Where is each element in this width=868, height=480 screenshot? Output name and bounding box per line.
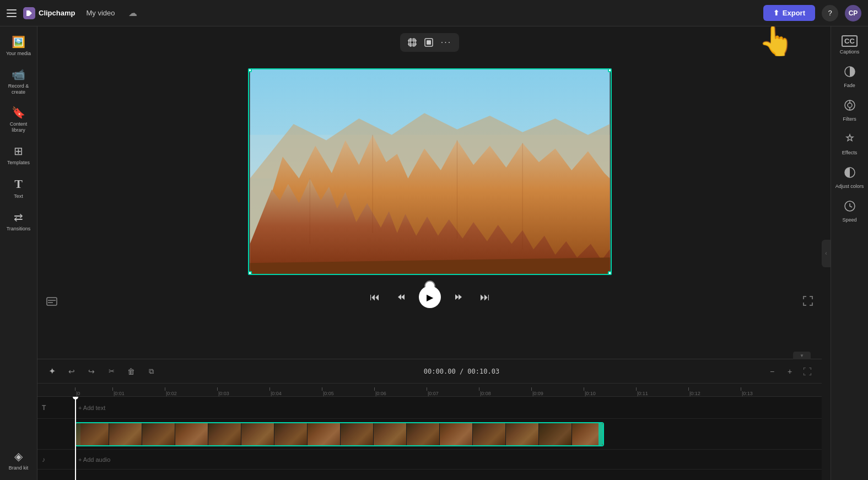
text-track-content: + Add text — [75, 397, 822, 418]
video-track-row — [37, 419, 822, 450]
video-clip[interactable] — [75, 422, 604, 446]
ruler-mark-7: |0:07 — [427, 387, 479, 396]
sidebar-item-label: Transitions — [7, 226, 31, 232]
skip-to-end-button[interactable]: ⏭ — [476, 288, 494, 306]
ruler-marks: |0 |0:01 |0:02 |0:03 |0:04 |0:05 |0:06 |… — [75, 384, 793, 396]
add-audio-button[interactable]: + Add audio — [75, 455, 114, 464]
right-sidebar-item-label: Captions — [840, 49, 860, 55]
clip-thumbnail — [241, 423, 274, 445]
skip-to-start-button[interactable]: ⏮ — [366, 288, 384, 306]
crop-button[interactable] — [406, 36, 419, 49]
captions-button[interactable] — [46, 297, 57, 308]
sidebar-item-your-media[interactable]: 🖼️ Your media — [2, 31, 35, 61]
zoom-in-button[interactable]: + — [782, 364, 797, 379]
magic-edit-button[interactable]: ✦ — [44, 364, 60, 379]
right-sidebar-item-adjust-colors[interactable]: Adjust colors — [833, 162, 866, 193]
right-sidebar-item-label: Filters — [843, 116, 856, 122]
ruler-mark-13: |0:13 — [741, 387, 793, 396]
rewind-button[interactable] — [392, 288, 410, 306]
add-text-button[interactable]: + Add text — [75, 403, 109, 412]
right-panel-collapse-button[interactable]: ‹ — [822, 240, 831, 267]
right-sidebar-item-filters[interactable]: Filters — [833, 95, 866, 126]
your-media-icon: 🖼️ — [12, 35, 25, 48]
sidebar-item-label: Brand kit — [9, 465, 29, 471]
ruler-mark-8: |0:08 — [479, 387, 531, 396]
undo-button[interactable]: ↩ — [64, 364, 79, 379]
timeline-content: |0 |0:01 |0:02 |0:03 |0:04 |0:05 |0:06 |… — [37, 384, 822, 480]
sidebar-item-text[interactable]: T Text — [2, 172, 35, 204]
redo-button[interactable]: ↪ — [84, 364, 99, 379]
effects-icon — [844, 133, 856, 148]
clip-thumbnail — [76, 423, 109, 445]
text-track-label: T — [37, 404, 75, 412]
zoom-out-button[interactable]: − — [764, 364, 780, 379]
resize-handle-tr[interactable] — [608, 68, 612, 72]
duplicate-button[interactable]: ⧉ — [143, 364, 159, 379]
playback-time-display: 00:00.00 / 00:10.03 — [163, 368, 760, 375]
right-sidebar-item-speed[interactable]: Speed — [833, 196, 866, 227]
sidebar-item-content-library[interactable]: 🔖 Content library — [2, 101, 35, 138]
playback-controls: ⏮ ▶ ⏭ — [366, 279, 494, 315]
sidebar-item-brand-kit[interactable]: ◈ Brand kit — [2, 445, 35, 476]
resize-handle-tl[interactable] — [248, 68, 252, 72]
clip-thumbnail — [506, 423, 539, 445]
ruler-mark-11: |0:11 — [636, 387, 688, 396]
svg-rect-17 — [47, 298, 57, 305]
help-button[interactable]: ? — [822, 5, 838, 21]
clip-thumbnail — [109, 423, 142, 445]
fit-to-screen-button[interactable] — [800, 364, 815, 379]
right-sidebar-item-label: Fade — [844, 83, 855, 88]
main-content: 🖼️ Your media 📹 Record & create 🔖 Conten… — [0, 26, 868, 480]
video-toolbar: ··· — [400, 33, 459, 52]
right-sidebar-item-label: Speed — [842, 217, 856, 223]
right-sidebar-item-captions[interactable]: CC Captions — [833, 31, 866, 59]
clip-thumbnail — [407, 423, 440, 445]
sidebar-item-label: Text — [14, 193, 23, 199]
svg-rect-0 — [409, 39, 416, 46]
ruler-mark-9: |0:09 — [531, 387, 584, 396]
resize-handle-br[interactable] — [608, 271, 612, 275]
logo-icon — [23, 7, 35, 19]
ruler-mark-6: |0:06 — [374, 387, 427, 396]
timeline-toolbar: ✦ ↩ ↪ ✂ 🗑 ⧉ 00:00.00 / 00:10.03 − + — [37, 359, 822, 384]
video-title[interactable]: My video — [82, 7, 119, 19]
clip-thumbnail — [208, 423, 241, 445]
forward-button[interactable] — [450, 288, 467, 306]
audio-track-row: ♪ + Add audio — [37, 450, 822, 470]
video-frame — [249, 69, 611, 274]
timeline-playhead[interactable] — [75, 397, 76, 480]
cut-button[interactable]: ✂ — [104, 364, 119, 379]
delete-button[interactable]: 🗑 — [123, 364, 139, 379]
ruler-mark-2: |0:02 — [165, 387, 217, 396]
clip-thumbnail — [274, 423, 308, 445]
ruler-mark-5: |0:05 — [322, 387, 374, 396]
play-button[interactable]: ▶ — [419, 286, 441, 308]
clip-thumbnail — [308, 423, 341, 445]
clip-handle-right[interactable] — [599, 423, 603, 445]
user-avatar[interactable]: CP — [845, 5, 861, 21]
ruler-mark-10: |0:10 — [584, 387, 636, 396]
clip-thumbnails — [76, 423, 603, 445]
resize-handle-bl[interactable] — [248, 271, 252, 275]
timeline-zoom-controls: − + — [764, 364, 815, 379]
right-sidebar-item-effects[interactable]: Effects — [833, 128, 866, 160]
sidebar-item-label: Templates — [7, 160, 30, 166]
video-canvas[interactable] — [248, 68, 612, 275]
svg-rect-6 — [427, 40, 431, 45]
clip-thumbnail — [341, 423, 374, 445]
transitions-icon: ⇄ — [14, 211, 23, 224]
video-track-content[interactable] — [75, 419, 822, 449]
clip-thumbnail — [175, 423, 208, 445]
sidebar-item-templates[interactable]: ⊞ Templates — [2, 140, 35, 170]
right-sidebar-item-fade[interactable]: Fade — [833, 61, 866, 93]
fullscreen-button[interactable] — [803, 296, 813, 308]
timeline-ruler: |0 |0:01 |0:02 |0:03 |0:04 |0:05 |0:06 |… — [37, 384, 822, 397]
sidebar-item-transitions[interactable]: ⇄ Transitions — [2, 206, 35, 236]
timeline-collapse-button[interactable]: ▼ — [793, 352, 811, 359]
more-options-button[interactable]: ··· — [439, 35, 454, 50]
export-button[interactable]: ⬆ Export — [763, 5, 815, 21]
layout-button[interactable] — [422, 36, 435, 49]
sidebar-item-record-create[interactable]: 📹 Record & create — [2, 63, 35, 100]
menu-button[interactable] — [7, 9, 17, 17]
captions-icon: CC — [842, 35, 858, 47]
